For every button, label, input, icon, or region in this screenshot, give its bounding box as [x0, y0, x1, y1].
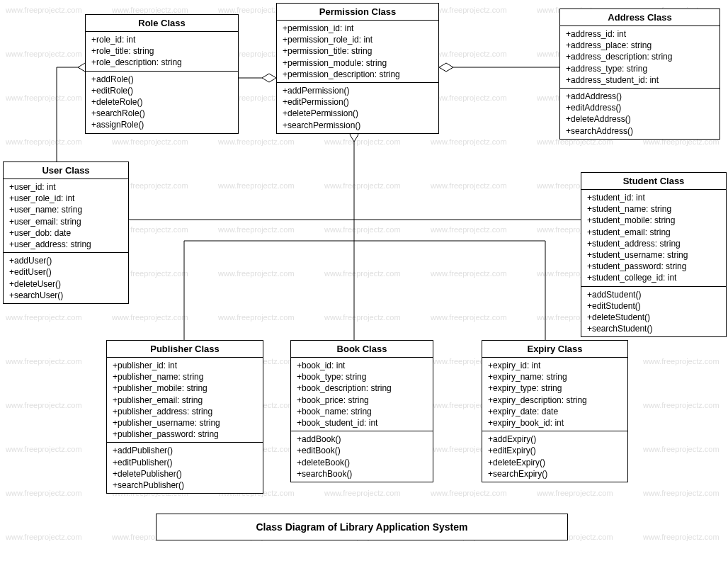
class-line: +user_id: int [9, 181, 123, 193]
class-line: +addRole() [91, 74, 232, 85]
class-line: +permission_id: int [283, 23, 433, 34]
class-user: User Class +user_id: int+user_role_id: i… [3, 162, 129, 304]
class-line: +student_password: string [587, 261, 720, 272]
watermark-text: www.freeprojectz.com [431, 313, 507, 322]
class-methods: +addPublisher()+editPublisher()+deletePu… [107, 443, 263, 493]
class-line: +book_student_id: int [297, 417, 427, 429]
class-line: +publisher_address: string [113, 406, 257, 417]
class-line: +searchExpiry() [488, 468, 622, 480]
class-methods: +addAddress()+editAddress()+deleteAddres… [560, 89, 720, 139]
watermark-text: www.freeprojectz.com [324, 489, 401, 497]
class-line: +editBook() [297, 445, 427, 456]
watermark-text: www.freeprojectz.com [6, 401, 82, 409]
watermark-text: www.freeprojectz.com [218, 137, 295, 146]
class-title: Publisher Class [107, 341, 263, 358]
class-title: Student Class [581, 173, 726, 190]
class-line: +student_username: string [587, 249, 720, 261]
class-publisher: Publisher Class +publisher_id: int+publi… [106, 340, 263, 494]
watermark-text: www.freeprojectz.com [6, 50, 82, 58]
watermark-text: www.freeprojectz.com [643, 489, 720, 497]
class-line: +role_description: string [91, 57, 232, 68]
class-line: +publisher_username: string [113, 417, 257, 429]
class-line: +address_description: string [566, 51, 714, 62]
watermark-text: www.freeprojectz.com [6, 533, 82, 541]
class-line: +deleteExpiry() [488, 457, 622, 468]
class-role: Role Class +role_id: int+role_title: str… [85, 14, 239, 134]
class-line: +address_place: string [566, 40, 714, 51]
class-line: +address_id: int [566, 28, 714, 40]
watermark-text: www.freeprojectz.com [218, 269, 295, 278]
watermark-text: www.freeprojectz.com [643, 401, 720, 409]
watermark-text: www.freeprojectz.com [6, 313, 82, 322]
class-title: Permission Class [277, 4, 438, 21]
watermark-text: www.freeprojectz.com [6, 137, 82, 146]
class-line: +expiry_name: string [488, 371, 622, 382]
class-line: +expiry_id: int [488, 360, 622, 371]
class-line: +addExpiry() [488, 434, 622, 445]
class-line: +user_email: string [9, 216, 123, 227]
class-methods: +addUser()+editUser()+deleteUser()+searc… [4, 253, 128, 303]
class-line: +addUser() [9, 255, 123, 266]
class-line: +deleteRole() [91, 96, 232, 108]
class-line: +searchPublisher() [113, 480, 257, 491]
class-attrs: +permission_id: int+permission_role_id: … [277, 21, 438, 83]
class-line: +expiry_date: date [488, 406, 622, 417]
watermark-text: www.freeprojectz.com [218, 313, 295, 322]
class-line: +address_type: string [566, 63, 714, 74]
watermark-text: www.freeprojectz.com [431, 137, 507, 146]
watermark-text: www.freeprojectz.com [537, 489, 613, 497]
class-line: +editExpiry() [488, 445, 622, 456]
class-line: +deleteStudent() [587, 312, 720, 323]
class-line: +publisher_id: int [113, 360, 257, 371]
class-book: Book Class +book_id: int+book_type: stri… [290, 340, 433, 482]
class-permission: Permission Class +permission_id: int+per… [276, 3, 439, 134]
watermark-text: www.freeprojectz.com [643, 357, 720, 366]
class-line: +editAddress() [566, 102, 714, 113]
class-line: +student_email: string [587, 227, 720, 238]
watermark-text: www.freeprojectz.com [431, 94, 507, 102]
class-line: +user_role_id: int [9, 193, 123, 204]
class-line: +editUser() [9, 266, 123, 278]
class-line: +permission_description: string [283, 69, 433, 80]
watermark-text: www.freeprojectz.com [324, 181, 401, 190]
watermark-text: www.freeprojectz.com [112, 137, 188, 146]
class-line: +book_name: string [297, 406, 427, 417]
class-line: +expiry_book_id: int [488, 417, 622, 429]
class-line: +searchPermission() [283, 120, 433, 131]
class-line: +user_dob: date [9, 227, 123, 239]
watermark-text: www.freeprojectz.com [112, 6, 188, 14]
class-line: +editStudent() [587, 300, 720, 312]
class-line: +expiry_type: string [488, 382, 622, 394]
class-line: +searchRole() [91, 108, 232, 119]
watermark-text: www.freeprojectz.com [431, 225, 507, 234]
watermark-text: www.freeprojectz.com [324, 225, 401, 234]
class-line: +student_mobile: string [587, 215, 720, 226]
class-line: +book_description: string [297, 382, 427, 394]
diagram-title: Class Diagram of Library Application Sys… [156, 514, 568, 540]
class-line: +editRole() [91, 85, 232, 96]
class-line: +addBook() [297, 434, 427, 445]
class-line: +student_college_id: int [587, 272, 720, 283]
class-attrs: +role_id: int+role_title: string+role_de… [86, 32, 238, 72]
class-line: +publisher_email: string [113, 395, 257, 406]
watermark-text: www.freeprojectz.com [324, 269, 401, 278]
class-methods: +addPermission()+editPermission()+delete… [277, 83, 438, 133]
class-line: +publisher_password: string [113, 429, 257, 440]
class-methods: +addRole()+editRole()+deleteRole()+searc… [86, 72, 238, 133]
class-line: +permission_role_id: int [283, 34, 433, 45]
watermark-text: www.freeprojectz.com [6, 6, 82, 14]
class-line: +expiry_description: string [488, 395, 622, 406]
class-line: +addStudent() [587, 289, 720, 300]
class-attrs: +expiry_id: int+expiry_name: string+expi… [482, 358, 627, 431]
watermark-text: www.freeprojectz.com [6, 94, 82, 102]
class-line: +book_id: int [297, 360, 427, 371]
class-line: +publisher_name: string [113, 371, 257, 382]
class-title: Address Class [560, 9, 720, 26]
watermark-text: www.freeprojectz.com [431, 269, 507, 278]
class-line: +role_id: int [91, 34, 232, 45]
class-line: +book_type: string [297, 371, 427, 382]
class-attrs: +publisher_id: int+publisher_name: strin… [107, 358, 263, 443]
class-line: +book_price: string [297, 395, 427, 406]
class-methods: +addBook()+editBook()+deleteBook()+searc… [291, 431, 433, 482]
class-line: +permission_module: string [283, 57, 433, 69]
